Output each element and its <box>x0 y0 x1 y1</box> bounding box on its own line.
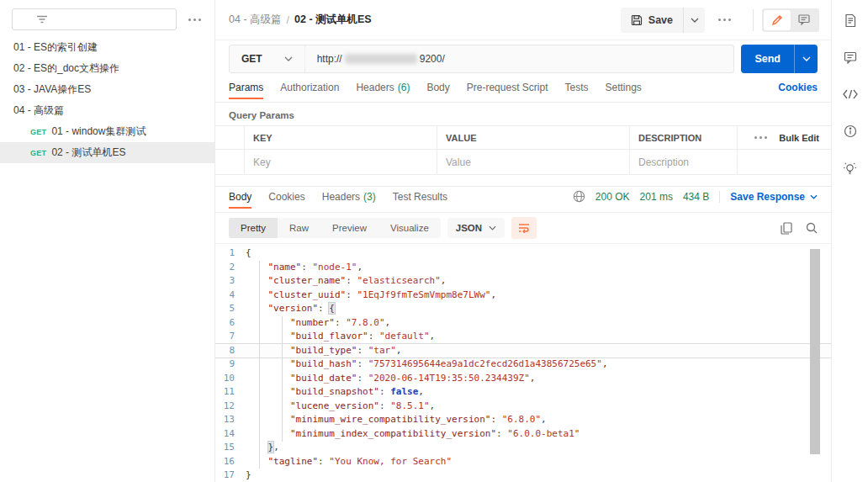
save-button-label: Save <box>648 14 673 26</box>
view-mode-tab[interactable]: Pretty <box>229 218 278 238</box>
sidebar-item[interactable]: 01 - ES的索引创建 <box>0 37 214 58</box>
url-bar: GET http://9200/ <box>229 45 734 73</box>
bulk-edit-button[interactable]: Bulk Edit <box>779 133 819 143</box>
description-input[interactable] <box>638 156 728 168</box>
request-header-row: 04 - 高级篇 / 02 - 测试单机ES Save <box>215 0 831 40</box>
response-tab[interactable]: Headers (3) <box>322 187 376 209</box>
wrap-lines-button[interactable] <box>511 217 537 239</box>
url-input[interactable]: http://9200/ <box>304 45 734 72</box>
sidebar-item[interactable]: 03 - JAVA操作ES <box>0 79 214 100</box>
tab-label: Tests <box>564 82 588 93</box>
send-options-chevron-icon[interactable] <box>794 45 818 73</box>
breadcrumb-separator: / <box>287 14 289 26</box>
response-size: 434 B <box>683 191 709 203</box>
code-line: 13 "minimum_wire_compatibility_version":… <box>215 413 831 427</box>
globe-icon[interactable] <box>573 190 585 203</box>
response-body-editor: 1{2 "name": "node-1",3 "cluster_name": "… <box>215 244 831 482</box>
chevron-down-icon <box>284 56 293 61</box>
method-label: GET <box>241 53 262 65</box>
format-label: JSON <box>456 223 482 233</box>
request-tab[interactable]: Pre-request Script <box>467 77 548 99</box>
response-tabs-row: Body Cookies Headers (3) Test Results <box>215 187 831 213</box>
response-scrollbar[interactable] <box>810 249 820 454</box>
sidebar-item[interactable]: GET 02 - 测试单机ES <box>0 142 214 163</box>
documentation-icon[interactable] <box>842 12 859 29</box>
breadcrumb-parent[interactable]: 04 - 高级篇 <box>229 13 282 27</box>
cookies-link[interactable]: Cookies <box>778 77 818 93</box>
sidebar-toolbar <box>0 8 214 37</box>
response-panel: Body Cookies Headers (3) Test Results <box>215 186 831 482</box>
table-actions-cell: Bulk Edit <box>737 126 831 149</box>
code-line: 1{ <box>215 246 831 261</box>
request-tab[interactable]: Settings <box>606 77 642 99</box>
column-header-key: KEY <box>244 126 437 149</box>
lightbulb-icon[interactable] <box>842 160 859 177</box>
table-row <box>215 150 831 175</box>
breadcrumb-current: 02 - 测试单机ES <box>294 13 372 27</box>
query-params-title: Query Params <box>215 103 831 125</box>
copy-icon[interactable] <box>781 222 792 235</box>
sidebar-item[interactable]: 04 - 高级篇 <box>0 100 214 121</box>
method-select[interactable]: GET <box>230 53 304 65</box>
code-line: 3 "cluster_name": "elasticsearch", <box>215 274 831 289</box>
value-input[interactable] <box>446 156 621 168</box>
table-header-row: KEY VALUE DESCRIPTION Bulk Edit <box>215 126 831 150</box>
column-header-value: VALUE <box>437 126 629 149</box>
code-line: 11 "build_snapshot": false, <box>215 385 831 400</box>
sidebar-item-label: 04 - 高级篇 <box>13 103 64 118</box>
request-tab[interactable]: Body <box>426 77 449 99</box>
code-line: 7 "build_flavor": "default", <box>215 330 831 344</box>
info-icon[interactable] <box>842 123 859 140</box>
sidebar-more-icon[interactable] <box>185 15 204 24</box>
wrap-text-icon <box>518 223 530 233</box>
collection-list: 01 - ES的索引创建 02 - ES的_doc文档操作 03 - JAVA操… <box>0 37 214 163</box>
send-button[interactable]: Send <box>741 45 794 73</box>
query-params-table: KEY VALUE DESCRIPTION Bulk Edit <box>215 125 831 175</box>
edit-comment-group <box>762 8 819 32</box>
comment-button[interactable] <box>791 10 818 30</box>
tab-label: Cookies <box>268 191 304 203</box>
breadcrumb: 04 - 高级篇 / 02 - 测试单机ES <box>229 13 372 27</box>
view-mode-tab[interactable]: Raw <box>278 218 320 238</box>
request-tabs: Params Authorization Headers (6) Body Pr… <box>229 77 642 99</box>
tab-label: Settings <box>606 82 642 93</box>
request-tab[interactable]: Tests <box>564 77 588 99</box>
code-line: 16 "tagline": "You Know, for Search" <box>215 455 831 469</box>
right-rail <box>831 0 868 482</box>
indent-guide <box>282 316 283 442</box>
comment-icon[interactable] <box>842 49 859 66</box>
code-line: 12 "lucene_version": "8.5.1", <box>215 400 831 414</box>
request-tab[interactable]: Authorization <box>280 77 339 99</box>
code-snippet-icon[interactable] <box>842 86 859 103</box>
main-panel: 04 - 高级篇 / 02 - 测试单机ES Save <box>215 0 831 482</box>
search-icon[interactable] <box>806 222 818 234</box>
view-mode-tab[interactable]: Preview <box>320 218 378 238</box>
code-line: 6 "number": "7.8.0", <box>215 316 831 331</box>
edit-button[interactable] <box>764 10 791 30</box>
save-icon <box>631 14 643 26</box>
view-mode-tab[interactable]: Visualize <box>378 218 441 238</box>
tab-label: Authorization <box>280 82 339 93</box>
request-tab[interactable]: Headers (6) <box>356 77 410 99</box>
divider <box>753 9 754 31</box>
request-tab[interactable]: Params <box>229 77 263 99</box>
save-options-chevron-icon[interactable] <box>683 8 705 33</box>
response-tab[interactable]: Cookies <box>268 187 304 209</box>
response-tab[interactable]: Test Results <box>393 187 447 209</box>
sidebar-item[interactable]: GET 01 - window集群测试 <box>0 121 214 142</box>
params-more-icon[interactable] <box>751 133 770 142</box>
response-view-row: PrettyRawPreviewVisualize JSON <box>215 213 831 244</box>
save-response-label: Save Response <box>730 191 805 203</box>
sidebar-item[interactable]: 02 - ES的_doc文档操作 <box>0 58 214 79</box>
save-response-button[interactable]: Save Response <box>719 191 818 203</box>
save-button[interactable]: Save <box>621 14 683 26</box>
request-more-icon[interactable] <box>715 15 734 24</box>
tab-label: Headers <box>322 191 360 203</box>
view-mode-tabs: PrettyRawPreviewVisualize <box>229 218 441 238</box>
key-input[interactable] <box>253 156 428 168</box>
row-actions-cell <box>737 150 831 174</box>
sidebar-filter-input[interactable] <box>12 8 177 30</box>
response-tab[interactable]: Body <box>229 187 251 209</box>
comment-icon <box>798 14 810 25</box>
format-select[interactable]: JSON <box>447 218 505 238</box>
